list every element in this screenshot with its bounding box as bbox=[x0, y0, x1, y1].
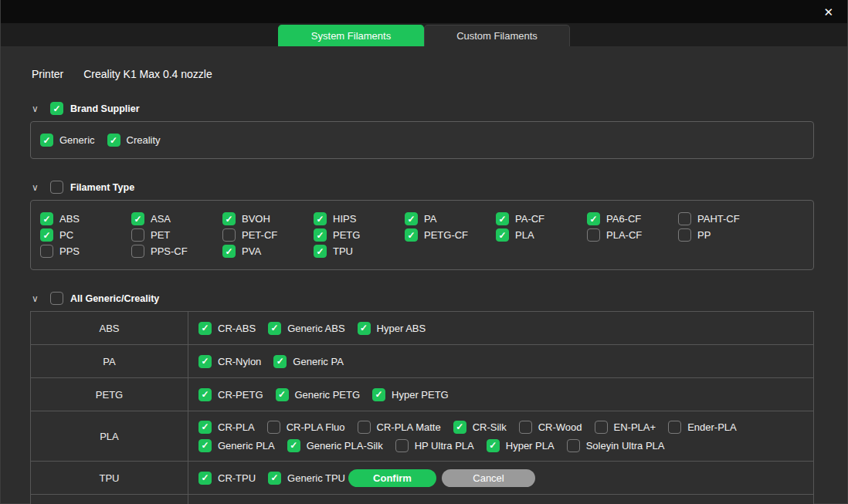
filament-type-checkbox-item[interactable]: PA6-CF bbox=[587, 212, 678, 225]
filament-type-checkbox-item[interactable]: PLA-CF bbox=[587, 228, 678, 242]
checkbox-icon bbox=[40, 228, 53, 242]
filament-type-checkbox-item[interactable]: ASA bbox=[131, 212, 222, 225]
checkbox-label: PPS-CF bbox=[151, 245, 188, 257]
brand-checkbox-item[interactable]: Generic bbox=[40, 134, 95, 147]
chevron-down-icon[interactable]: ∨ bbox=[32, 293, 43, 304]
filament-type-checkbox-item[interactable]: BVOH bbox=[222, 212, 314, 225]
checkbox-icon bbox=[198, 439, 212, 452]
checkbox-label: CR-Nylon bbox=[218, 356, 261, 367]
filament-checkbox-item[interactable]: Generic PLA-Silk bbox=[287, 439, 383, 452]
checkbox-icon bbox=[198, 355, 212, 368]
filament-type-checkbox-item[interactable]: PET-CF bbox=[222, 228, 314, 242]
checkbox-icon bbox=[40, 212, 53, 225]
checkbox-label: Creality bbox=[127, 134, 161, 146]
filament-checkbox-item[interactable]: CR-TPU bbox=[198, 472, 256, 485]
checkbox-label: Generic PLA-Silk bbox=[307, 440, 383, 452]
filament-cells: CR-Nylon Generic PA bbox=[188, 345, 813, 377]
confirm-button[interactable]: Confirm bbox=[348, 469, 436, 487]
checkbox-icon bbox=[358, 421, 371, 434]
filament-type-checkbox-item[interactable]: PA-CF bbox=[496, 212, 587, 225]
close-icon[interactable]: ✕ bbox=[817, 3, 840, 21]
checkbox-icon bbox=[131, 228, 144, 242]
checkbox-label: CR-PETG bbox=[218, 389, 263, 401]
filament-type-checkbox-item[interactable]: PETG-CF bbox=[405, 228, 496, 242]
filament-checkbox-item[interactable]: HP Ultra PLA bbox=[395, 439, 474, 452]
filament-checkbox-item[interactable]: Generic PLA bbox=[198, 439, 275, 452]
filament-checkbox-item[interactable]: Generic PETG bbox=[276, 388, 361, 401]
checkbox-label: ABS bbox=[59, 213, 80, 225]
filament-checkbox-item[interactable]: CR-PLA bbox=[198, 421, 255, 434]
chevron-down-icon[interactable]: ∨ bbox=[32, 182, 43, 193]
filament-checkbox-item[interactable]: CR-Nylon bbox=[198, 355, 261, 368]
filament-checkbox-item[interactable]: CR-PLA Matte bbox=[358, 421, 441, 434]
checkbox-label: Hyper PLA bbox=[506, 440, 555, 452]
checkbox-label: PLA bbox=[515, 229, 534, 241]
printer-row: Printer Creality K1 Max 0.4 nozzle bbox=[30, 46, 814, 80]
filament-checkbox-item[interactable]: Generic TPU bbox=[268, 472, 345, 485]
filament-checkbox-item[interactable]: Soleyin Ultra PLA bbox=[567, 439, 665, 452]
cancel-button[interactable]: Cancel bbox=[442, 469, 535, 487]
filament-type-checkbox-item[interactable]: PAHT-CF bbox=[678, 212, 769, 225]
filament-checkbox-item[interactable]: Ender-PLA bbox=[668, 421, 737, 434]
all-generic-creality-select-all-checkbox[interactable] bbox=[50, 292, 63, 305]
checkbox-label: Hyper PETG bbox=[392, 389, 449, 401]
checkbox-icon bbox=[222, 228, 236, 242]
checkbox-icon bbox=[587, 228, 600, 242]
tab-label: Custom Filaments bbox=[456, 30, 538, 42]
checkbox-label: Soleyin Ultra PLA bbox=[586, 440, 665, 452]
filament-checkbox-item[interactable]: Generic ABS bbox=[268, 322, 344, 335]
filament-checkbox-item[interactable]: Hyper ABS bbox=[358, 322, 426, 335]
tab[interactable]: Custom Filaments bbox=[424, 25, 570, 46]
tab-strip: System Filaments Custom Filaments bbox=[1, 23, 847, 46]
filament-type-checkbox-item[interactable]: PLA bbox=[496, 228, 587, 242]
checkbox-icon bbox=[268, 322, 281, 335]
filament-checkbox-item[interactable]: Generic PA bbox=[273, 355, 344, 368]
brand-checkbox-item[interactable]: Creality bbox=[107, 134, 161, 147]
category-cell: PLA bbox=[31, 411, 188, 461]
checkbox-label: Generic PA bbox=[293, 356, 344, 367]
filament-type-checkbox-item[interactable]: HIPS bbox=[314, 212, 405, 225]
chevron-down-icon[interactable]: ∨ bbox=[32, 103, 43, 114]
filament-type-checkbox-item[interactable]: PPS-CF bbox=[131, 245, 222, 258]
filament-type-checkbox-item[interactable]: TPU bbox=[314, 245, 405, 258]
checkbox-label: Generic bbox=[59, 134, 95, 146]
category-cell: TPU bbox=[31, 462, 188, 494]
tab[interactable]: System Filaments bbox=[278, 25, 424, 46]
filament-type-checkbox-item[interactable]: PET bbox=[131, 228, 222, 242]
filament-checkbox-item[interactable]: CR-PETG bbox=[198, 388, 263, 401]
filament-checkbox-item[interactable]: CR-Silk bbox=[453, 421, 507, 434]
filament-type-select-all-checkbox[interactable] bbox=[50, 181, 63, 194]
checkbox-icon bbox=[358, 322, 371, 335]
filament-type-checkbox-item[interactable]: PETG bbox=[314, 228, 405, 242]
filament-checkbox-item[interactable]: CR-PLA Fluo bbox=[267, 421, 345, 434]
filament-checkbox-item[interactable]: CR-ABS bbox=[198, 322, 256, 335]
checkbox-icon bbox=[222, 245, 236, 258]
checkbox-icon bbox=[314, 228, 327, 242]
filament-type-checkbox-item[interactable]: PP bbox=[678, 228, 769, 242]
section-header-brand-supplier: ∨ Brand Supplier bbox=[32, 102, 814, 115]
category-cell: PA bbox=[31, 345, 188, 377]
filament-type-checkbox-item[interactable]: PPS bbox=[40, 245, 131, 258]
filament-type-checkbox-item[interactable]: ABS bbox=[40, 212, 131, 225]
section-title-brand-supplier: Brand Supplier bbox=[70, 103, 140, 114]
checkbox-label: PPS bbox=[59, 245, 80, 257]
brand-supplier-select-all-checkbox[interactable] bbox=[50, 102, 63, 115]
checkbox-label: Ender-PLA bbox=[687, 421, 737, 433]
brand-supplier-panel: Generic Creality bbox=[30, 121, 814, 159]
checkbox-icon bbox=[40, 245, 53, 258]
checkbox-label: PLA-CF bbox=[606, 229, 642, 241]
filament-type-checkbox-item[interactable]: PC bbox=[40, 228, 131, 242]
filament-type-checkbox-item[interactable]: PA bbox=[405, 212, 496, 225]
filament-type-checkbox-item[interactable]: PVA bbox=[222, 245, 314, 258]
filament-cells bbox=[188, 495, 813, 504]
filament-checkbox-item[interactable]: Hyper PLA bbox=[487, 439, 555, 452]
checkbox-label: PET-CF bbox=[242, 229, 277, 241]
filament-checkbox-item[interactable]: EN-PLA+ bbox=[595, 421, 656, 434]
checkbox-label: ASA bbox=[151, 213, 171, 225]
filament-checkbox-item[interactable]: CR-Wood bbox=[519, 421, 582, 434]
filament-checkbox-item[interactable]: Hyper PETG bbox=[372, 388, 449, 401]
checkbox-label: HP Ultra PLA bbox=[415, 440, 474, 452]
checkbox-label: HIPS bbox=[333, 213, 356, 225]
filament-cells: CR-ABS Generic ABS Hyper ABS bbox=[188, 312, 813, 344]
checkbox-icon bbox=[372, 388, 385, 401]
